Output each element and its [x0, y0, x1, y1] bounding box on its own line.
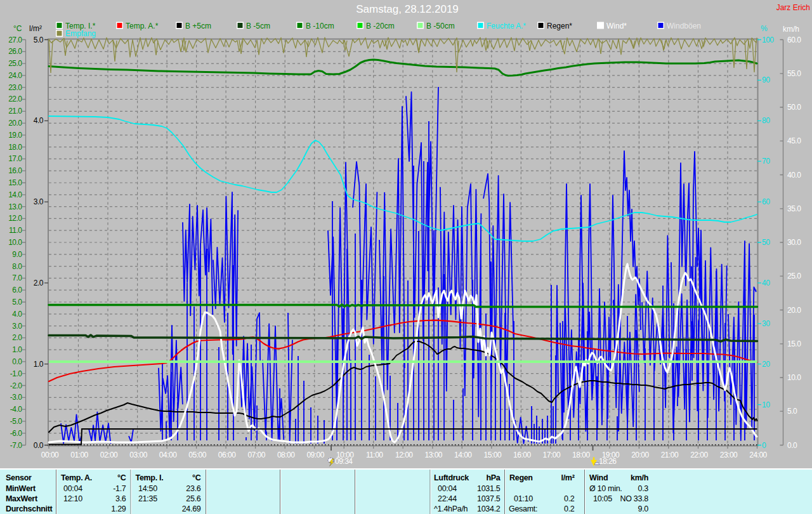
svg-text:2.0: 2.0: [12, 333, 22, 342]
svg-text:01:00: 01:00: [70, 451, 88, 459]
svg-text:24.69: 24.69: [182, 504, 201, 513]
svg-text:l/m²: l/m²: [29, 24, 42, 33]
svg-text:hPa: hPa: [486, 473, 501, 482]
svg-text:30: 30: [762, 319, 770, 328]
svg-text:23.0: 23.0: [8, 83, 22, 92]
svg-text:18:26: 18:26: [599, 457, 617, 466]
svg-text:22:44: 22:44: [438, 494, 457, 503]
svg-text:3.0: 3.0: [34, 197, 44, 206]
svg-text:0.0: 0.0: [787, 441, 797, 450]
svg-text:Regen: Regen: [509, 473, 533, 482]
svg-text:12:00: 12:00: [395, 451, 413, 459]
svg-text:13:00: 13:00: [425, 451, 443, 459]
svg-text:27.0: 27.0: [8, 36, 22, 44]
svg-text:16:00: 16:00: [513, 451, 531, 459]
svg-text:MaxWert: MaxWert: [6, 494, 38, 503]
svg-text:18:00: 18:00: [572, 451, 590, 459]
svg-text:NO 33.8: NO 33.8: [620, 494, 649, 503]
svg-text:3.0: 3.0: [12, 322, 22, 331]
svg-text:Wind: Wind: [589, 473, 608, 482]
svg-text:Jarz Erich: Jarz Erich: [776, 3, 810, 12]
svg-text:Ø 10 min.: Ø 10 min.: [589, 484, 622, 493]
svg-text:20.0: 20.0: [787, 306, 801, 315]
svg-text:21.0: 21.0: [8, 107, 22, 115]
svg-text:-5.0: -5.0: [10, 417, 23, 426]
svg-text:8.0: 8.0: [12, 262, 22, 271]
svg-text:15.0: 15.0: [8, 178, 22, 187]
svg-text:%: %: [761, 24, 768, 33]
svg-text:20:00: 20:00: [631, 451, 649, 459]
svg-text:14.0: 14.0: [8, 190, 22, 199]
svg-text:21:35: 21:35: [138, 494, 157, 503]
svg-text:Durchschnitt: Durchschnitt: [6, 504, 53, 513]
svg-text:50.0: 50.0: [787, 103, 801, 112]
svg-text:°C: °C: [117, 473, 126, 482]
svg-text:10:05: 10:05: [593, 494, 612, 503]
svg-text:23.6: 23.6: [186, 484, 200, 493]
svg-text:00:04: 00:04: [63, 484, 82, 493]
svg-text:B +5cm: B +5cm: [185, 22, 211, 30]
svg-text:5.0: 5.0: [34, 36, 44, 44]
svg-text:09:00: 09:00: [306, 451, 324, 459]
svg-text:B -50cm: B -50cm: [426, 22, 455, 30]
svg-text:°C: °C: [13, 24, 22, 33]
svg-text:24:00: 24:00: [749, 451, 767, 459]
svg-text:^1.4hPa/h: ^1.4hPa/h: [434, 504, 468, 513]
svg-text:Sensor: Sensor: [6, 473, 32, 482]
svg-text:Luftdruck: Luftdruck: [434, 473, 469, 482]
svg-text:Wind*: Wind*: [606, 22, 627, 30]
svg-text:1.0: 1.0: [34, 360, 44, 369]
svg-text:10.0: 10.0: [787, 373, 801, 382]
svg-text:1.0: 1.0: [12, 345, 22, 354]
svg-text:12.0: 12.0: [8, 214, 22, 223]
svg-text:17:00: 17:00: [543, 451, 561, 459]
svg-text:00:04: 00:04: [438, 484, 457, 493]
svg-text:22.0: 22.0: [8, 95, 22, 103]
svg-text:00:00: 00:00: [41, 451, 59, 459]
svg-text:6.0: 6.0: [12, 286, 22, 294]
svg-text:1034.2: 1034.2: [477, 504, 501, 513]
svg-text:22:00: 22:00: [690, 451, 708, 459]
svg-text:09:34: 09:34: [335, 457, 353, 466]
svg-text:0.0: 0.0: [12, 357, 22, 366]
svg-text:0: 0: [762, 441, 766, 450]
svg-text:100: 100: [762, 36, 774, 44]
svg-text:3.6: 3.6: [115, 494, 126, 503]
svg-text:08:00: 08:00: [277, 451, 295, 459]
svg-text:B -5cm: B -5cm: [246, 22, 270, 30]
svg-text:25.0: 25.0: [787, 272, 801, 280]
svg-text:7.0: 7.0: [12, 273, 22, 282]
svg-text:0.2: 0.2: [564, 504, 575, 513]
svg-text:03:00: 03:00: [129, 451, 147, 459]
svg-text:Temp. A.: Temp. A.: [61, 473, 92, 482]
svg-text:11.0: 11.0: [9, 226, 22, 235]
svg-text:45.0: 45.0: [787, 136, 801, 145]
svg-text:2.0: 2.0: [34, 279, 44, 287]
svg-text:-6.0: -6.0: [10, 429, 23, 438]
svg-text:-1.0: -1.0: [10, 369, 23, 378]
svg-text:70: 70: [762, 157, 770, 166]
svg-text:0.3: 0.3: [638, 484, 649, 493]
svg-text:Samstag, 28.12.2019: Samstag, 28.12.2019: [356, 3, 459, 15]
svg-text:60: 60: [762, 197, 770, 206]
svg-text:1037.5: 1037.5: [477, 494, 501, 503]
svg-text:30.0: 30.0: [787, 238, 801, 247]
svg-text:02:00: 02:00: [100, 451, 118, 459]
svg-text:°C: °C: [192, 473, 201, 482]
svg-text:24.0: 24.0: [8, 71, 22, 80]
svg-text:15:00: 15:00: [484, 451, 502, 459]
svg-text:35.0: 35.0: [787, 204, 801, 213]
svg-text:14:00: 14:00: [454, 451, 472, 459]
svg-text:06:00: 06:00: [218, 451, 236, 459]
svg-text:07:00: 07:00: [247, 451, 265, 459]
svg-text:40.0: 40.0: [787, 171, 801, 180]
svg-text:km/h: km/h: [631, 473, 648, 482]
svg-text:5.0: 5.0: [787, 407, 797, 416]
svg-text:90: 90: [762, 76, 770, 84]
svg-text:4.0: 4.0: [34, 116, 44, 125]
svg-text:05:00: 05:00: [188, 451, 206, 459]
svg-text:21:00: 21:00: [661, 451, 679, 459]
svg-text:B -20cm: B -20cm: [366, 22, 395, 30]
svg-text:Regen*: Regen*: [547, 22, 572, 30]
svg-text:13.0: 13.0: [8, 202, 22, 211]
